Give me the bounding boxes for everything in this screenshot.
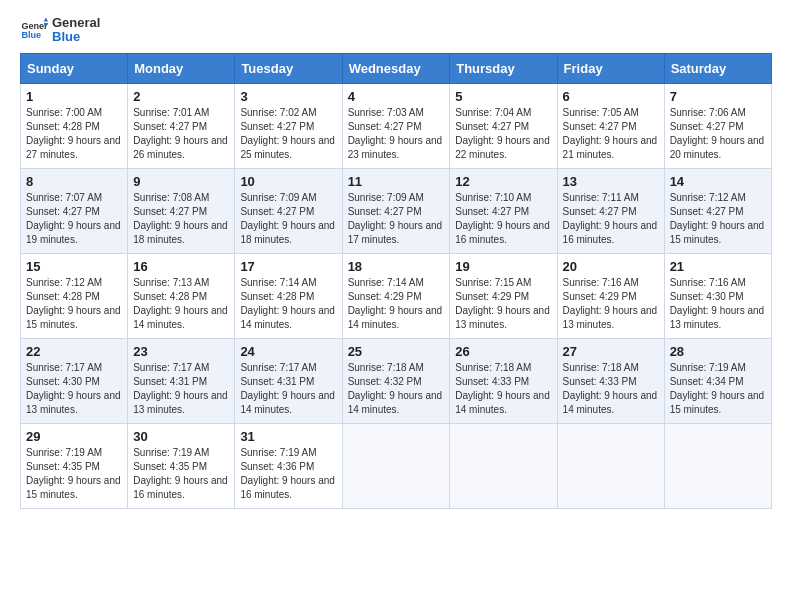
- logo: General Blue General Blue: [20, 16, 100, 45]
- calendar-cell: [342, 423, 450, 508]
- logo-icon: General Blue: [20, 16, 48, 44]
- calendar-week-3: 15 Sunrise: 7:12 AM Sunset: 4:28 PM Dayl…: [21, 253, 772, 338]
- calendar-cell: 30 Sunrise: 7:19 AM Sunset: 4:35 PM Dayl…: [128, 423, 235, 508]
- day-number: 26: [455, 344, 551, 359]
- day-info: Sunrise: 7:16 AM Sunset: 4:29 PM Dayligh…: [563, 276, 659, 332]
- calendar-cell: [450, 423, 557, 508]
- day-info: Sunrise: 7:12 AM Sunset: 4:27 PM Dayligh…: [670, 191, 766, 247]
- day-number: 19: [455, 259, 551, 274]
- calendar-cell: 17 Sunrise: 7:14 AM Sunset: 4:28 PM Dayl…: [235, 253, 342, 338]
- calendar-cell: 23 Sunrise: 7:17 AM Sunset: 4:31 PM Dayl…: [128, 338, 235, 423]
- calendar-cell: 20 Sunrise: 7:16 AM Sunset: 4:29 PM Dayl…: [557, 253, 664, 338]
- calendar-cell: 24 Sunrise: 7:17 AM Sunset: 4:31 PM Dayl…: [235, 338, 342, 423]
- day-number: 14: [670, 174, 766, 189]
- calendar-cell: 18 Sunrise: 7:14 AM Sunset: 4:29 PM Dayl…: [342, 253, 450, 338]
- day-number: 8: [26, 174, 122, 189]
- day-info: Sunrise: 7:07 AM Sunset: 4:27 PM Dayligh…: [26, 191, 122, 247]
- column-header-sunday: Sunday: [21, 53, 128, 83]
- calendar-cell: 3 Sunrise: 7:02 AM Sunset: 4:27 PM Dayli…: [235, 83, 342, 168]
- calendar-cell: 27 Sunrise: 7:18 AM Sunset: 4:33 PM Dayl…: [557, 338, 664, 423]
- day-number: 15: [26, 259, 122, 274]
- day-info: Sunrise: 7:00 AM Sunset: 4:28 PM Dayligh…: [26, 106, 122, 162]
- calendar-cell: 19 Sunrise: 7:15 AM Sunset: 4:29 PM Dayl…: [450, 253, 557, 338]
- day-info: Sunrise: 7:05 AM Sunset: 4:27 PM Dayligh…: [563, 106, 659, 162]
- day-number: 3: [240, 89, 336, 104]
- day-number: 29: [26, 429, 122, 444]
- day-number: 24: [240, 344, 336, 359]
- calendar-cell: 12 Sunrise: 7:10 AM Sunset: 4:27 PM Dayl…: [450, 168, 557, 253]
- calendar-cell: 15 Sunrise: 7:12 AM Sunset: 4:28 PM Dayl…: [21, 253, 128, 338]
- day-info: Sunrise: 7:08 AM Sunset: 4:27 PM Dayligh…: [133, 191, 229, 247]
- day-number: 22: [26, 344, 122, 359]
- svg-text:General: General: [21, 21, 48, 31]
- day-number: 9: [133, 174, 229, 189]
- day-number: 16: [133, 259, 229, 274]
- calendar-cell: 10 Sunrise: 7:09 AM Sunset: 4:27 PM Dayl…: [235, 168, 342, 253]
- calendar-cell: [664, 423, 771, 508]
- day-number: 21: [670, 259, 766, 274]
- calendar-cell: 13 Sunrise: 7:11 AM Sunset: 4:27 PM Dayl…: [557, 168, 664, 253]
- calendar-table: SundayMondayTuesdayWednesdayThursdayFrid…: [20, 53, 772, 509]
- day-info: Sunrise: 7:17 AM Sunset: 4:31 PM Dayligh…: [133, 361, 229, 417]
- day-number: 27: [563, 344, 659, 359]
- day-number: 17: [240, 259, 336, 274]
- day-number: 10: [240, 174, 336, 189]
- day-number: 7: [670, 89, 766, 104]
- day-info: Sunrise: 7:14 AM Sunset: 4:29 PM Dayligh…: [348, 276, 445, 332]
- calendar-cell: 21 Sunrise: 7:16 AM Sunset: 4:30 PM Dayl…: [664, 253, 771, 338]
- calendar-cell: 7 Sunrise: 7:06 AM Sunset: 4:27 PM Dayli…: [664, 83, 771, 168]
- day-number: 28: [670, 344, 766, 359]
- day-info: Sunrise: 7:03 AM Sunset: 4:27 PM Dayligh…: [348, 106, 445, 162]
- calendar-week-1: 1 Sunrise: 7:00 AM Sunset: 4:28 PM Dayli…: [21, 83, 772, 168]
- day-number: 25: [348, 344, 445, 359]
- calendar-cell: 26 Sunrise: 7:18 AM Sunset: 4:33 PM Dayl…: [450, 338, 557, 423]
- day-info: Sunrise: 7:19 AM Sunset: 4:34 PM Dayligh…: [670, 361, 766, 417]
- calendar-cell: 28 Sunrise: 7:19 AM Sunset: 4:34 PM Dayl…: [664, 338, 771, 423]
- day-info: Sunrise: 7:02 AM Sunset: 4:27 PM Dayligh…: [240, 106, 336, 162]
- svg-text:Blue: Blue: [21, 31, 41, 41]
- calendar-cell: 9 Sunrise: 7:08 AM Sunset: 4:27 PM Dayli…: [128, 168, 235, 253]
- column-header-tuesday: Tuesday: [235, 53, 342, 83]
- day-info: Sunrise: 7:16 AM Sunset: 4:30 PM Dayligh…: [670, 276, 766, 332]
- column-header-monday: Monday: [128, 53, 235, 83]
- day-info: Sunrise: 7:19 AM Sunset: 4:36 PM Dayligh…: [240, 446, 336, 502]
- calendar-cell: 31 Sunrise: 7:19 AM Sunset: 4:36 PM Dayl…: [235, 423, 342, 508]
- calendar-header: SundayMondayTuesdayWednesdayThursdayFrid…: [21, 53, 772, 83]
- calendar-cell: 14 Sunrise: 7:12 AM Sunset: 4:27 PM Dayl…: [664, 168, 771, 253]
- calendar-week-2: 8 Sunrise: 7:07 AM Sunset: 4:27 PM Dayli…: [21, 168, 772, 253]
- day-number: 31: [240, 429, 336, 444]
- day-number: 12: [455, 174, 551, 189]
- calendar-cell: 22 Sunrise: 7:17 AM Sunset: 4:30 PM Dayl…: [21, 338, 128, 423]
- calendar-cell: 2 Sunrise: 7:01 AM Sunset: 4:27 PM Dayli…: [128, 83, 235, 168]
- day-info: Sunrise: 7:09 AM Sunset: 4:27 PM Dayligh…: [348, 191, 445, 247]
- day-number: 30: [133, 429, 229, 444]
- day-info: Sunrise: 7:17 AM Sunset: 4:31 PM Dayligh…: [240, 361, 336, 417]
- day-number: 6: [563, 89, 659, 104]
- calendar-cell: 16 Sunrise: 7:13 AM Sunset: 4:28 PM Dayl…: [128, 253, 235, 338]
- day-info: Sunrise: 7:11 AM Sunset: 4:27 PM Dayligh…: [563, 191, 659, 247]
- day-number: 13: [563, 174, 659, 189]
- calendar-cell: 4 Sunrise: 7:03 AM Sunset: 4:27 PM Dayli…: [342, 83, 450, 168]
- day-info: Sunrise: 7:12 AM Sunset: 4:28 PM Dayligh…: [26, 276, 122, 332]
- day-info: Sunrise: 7:10 AM Sunset: 4:27 PM Dayligh…: [455, 191, 551, 247]
- day-info: Sunrise: 7:04 AM Sunset: 4:27 PM Dayligh…: [455, 106, 551, 162]
- day-number: 23: [133, 344, 229, 359]
- logo-line1: General: [52, 16, 100, 30]
- calendar-week-4: 22 Sunrise: 7:17 AM Sunset: 4:30 PM Dayl…: [21, 338, 772, 423]
- day-number: 20: [563, 259, 659, 274]
- day-number: 1: [26, 89, 122, 104]
- day-number: 4: [348, 89, 445, 104]
- column-header-saturday: Saturday: [664, 53, 771, 83]
- day-info: Sunrise: 7:06 AM Sunset: 4:27 PM Dayligh…: [670, 106, 766, 162]
- calendar-cell: 8 Sunrise: 7:07 AM Sunset: 4:27 PM Dayli…: [21, 168, 128, 253]
- header: General Blue General Blue: [20, 16, 772, 45]
- calendar-cell: 5 Sunrise: 7:04 AM Sunset: 4:27 PM Dayli…: [450, 83, 557, 168]
- day-info: Sunrise: 7:19 AM Sunset: 4:35 PM Dayligh…: [133, 446, 229, 502]
- day-info: Sunrise: 7:01 AM Sunset: 4:27 PM Dayligh…: [133, 106, 229, 162]
- column-header-thursday: Thursday: [450, 53, 557, 83]
- day-info: Sunrise: 7:13 AM Sunset: 4:28 PM Dayligh…: [133, 276, 229, 332]
- day-info: Sunrise: 7:18 AM Sunset: 4:33 PM Dayligh…: [455, 361, 551, 417]
- column-header-friday: Friday: [557, 53, 664, 83]
- calendar-cell: 1 Sunrise: 7:00 AM Sunset: 4:28 PM Dayli…: [21, 83, 128, 168]
- day-info: Sunrise: 7:18 AM Sunset: 4:33 PM Dayligh…: [563, 361, 659, 417]
